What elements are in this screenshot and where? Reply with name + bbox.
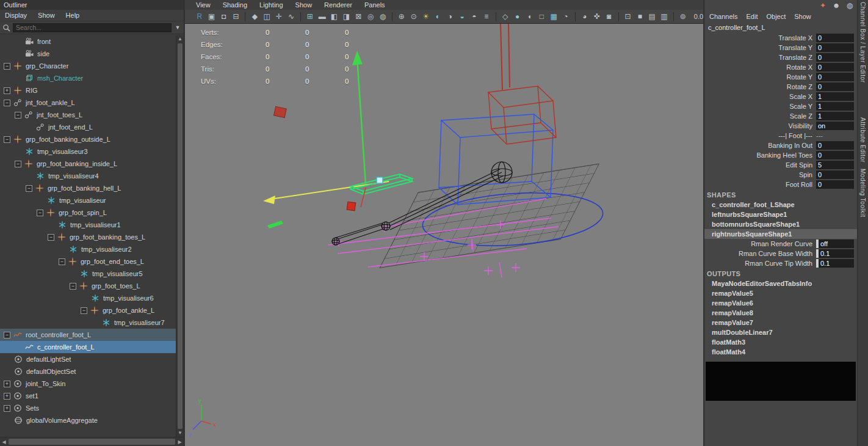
lighting-all-icon[interactable]: ◐	[432, 11, 443, 23]
channel-value-field[interactable]: 5	[816, 161, 854, 169]
tree-item-Sets[interactable]: +Sets	[0, 402, 176, 414]
red-cube-skeleton[interactable]	[488, 24, 556, 144]
tree-item-tmp_visualiseur6[interactable]: tmp_visualiseur6	[0, 292, 176, 304]
channel-label[interactable]: Foot Roll	[704, 181, 816, 188]
bookmark-icon[interactable]: ◆	[249, 11, 260, 23]
channel-label[interactable]: Banking In Out	[704, 142, 816, 149]
channel-value-field[interactable]: 0	[816, 43, 854, 52]
grease-pencil-icon[interactable]: ∿	[286, 11, 297, 23]
tree-item-side[interactable]: side	[0, 48, 176, 60]
safe-title-icon[interactable]: ◍	[377, 11, 388, 23]
tree-item-globalVolumeAggregate[interactable]: globalVolumeAggregate	[0, 414, 176, 426]
channel-value-field[interactable]: 0	[816, 82, 854, 91]
output-node-floatMath4[interactable]: floatMath4	[704, 347, 857, 357]
scroll-left-icon[interactable]: ◀	[0, 439, 8, 445]
tree-item-grp_foot_spin_L[interactable]: −grp_foot_spin_L	[0, 207, 176, 219]
viewport-menu-renderer[interactable]: Renderer	[324, 1, 352, 9]
outliner-menu-help[interactable]: Help	[66, 12, 80, 19]
two-d-pan-zoom-icon[interactable]: ✛	[273, 11, 284, 23]
side-tab-modeling-toolkit[interactable]: Modeling Toolkit	[859, 169, 866, 218]
tree-item-tmp_visualiseur[interactable]: tmp_visualiseur	[0, 194, 176, 207]
channel-value-field[interactable]: 0	[816, 170, 854, 179]
channel-label[interactable]: Visibility	[704, 122, 816, 130]
channel-value-field[interactable]: 0	[816, 141, 854, 150]
tree-item-tmp_visualiseur4[interactable]: tmp_visualiseur4	[0, 170, 176, 182]
outliner-menu-show[interactable]: Show	[38, 12, 55, 19]
tree-item-tmp_visualiseur1[interactable]: tmp_visualiseur1	[0, 219, 176, 231]
multisample-icon[interactable]: ≡	[481, 11, 492, 23]
expander-minus-icon[interactable]: −	[70, 283, 76, 290]
viewport-menu-lighting[interactable]: Lighting	[259, 1, 283, 9]
expander-minus-icon[interactable]: −	[4, 100, 10, 106]
side-tab-attribute-editor[interactable]: Attribute Editor	[859, 117, 866, 163]
expander-plus-icon[interactable]: +	[4, 381, 10, 387]
channel-label[interactable]: Translate Y	[704, 44, 816, 51]
expander-minus-icon[interactable]: −	[4, 136, 10, 143]
channel-value-field[interactable]: 0	[816, 53, 854, 62]
shape-node-c_controller_foot_LShape[interactable]: c_controller_foot_LShape	[704, 200, 857, 210]
grid-icon[interactable]: ⊞	[305, 11, 316, 23]
side-tab-channel-box-layer-editor[interactable]: Channel Box / Layer Editor	[859, 2, 866, 83]
snapshot-icon[interactable]: ✦	[818, 1, 828, 10]
tree-item-set1[interactable]: +set1	[0, 390, 176, 402]
channel-label[interactable]: ---| Foot |---	[704, 132, 816, 139]
expander-plus-icon[interactable]: +	[4, 405, 10, 412]
xray-icon[interactable]: ◕	[579, 11, 590, 23]
scroll-thumb[interactable]	[178, 43, 183, 429]
output-node-floatMath3[interactable]: floatMath3	[704, 337, 857, 347]
tree-item-grp_foot_banking_hell_L[interactable]: −grp_foot_banking_hell_L	[0, 182, 176, 194]
user-account-icon[interactable]: ☻	[831, 1, 841, 10]
channel-label[interactable]: Banking Heel Toes	[704, 152, 816, 159]
scroll-up-icon[interactable]: ▲	[176, 35, 184, 43]
node-editor-icon[interactable]: ▥	[659, 11, 670, 23]
channel-value-field[interactable]: 1	[816, 102, 854, 111]
refresh-icon[interactable]: ⊚	[678, 11, 689, 23]
flat-shade-icon[interactable]: ◖	[524, 11, 535, 23]
tree-item-front[interactable]: front	[0, 35, 176, 48]
tree-item-jnt_foot_toes_L[interactable]: −jnt_foot_toes_L	[0, 109, 176, 121]
use-default-material-icon[interactable]: ◔	[560, 11, 571, 23]
channel-label[interactable]: Rotate X	[704, 64, 816, 71]
channel-value-field[interactable]: 1	[816, 92, 854, 101]
channel-label[interactable]: Scale X	[704, 93, 816, 100]
scroll-thumb[interactable]	[9, 439, 175, 445]
expander-minus-icon[interactable]: −	[26, 185, 32, 192]
output-node-multDoubleLinear7[interactable]: multDoubleLinear7	[704, 327, 857, 337]
channel-label[interactable]: Spin	[704, 171, 816, 178]
channel-box-menu-show[interactable]: Show	[794, 13, 811, 20]
frame-all-icon[interactable]: ⊕	[396, 11, 407, 23]
channel-value-field[interactable]: 0	[816, 34, 854, 42]
channel-value-field[interactable]: off	[816, 239, 854, 248]
channel-value-field[interactable]: 0	[816, 151, 854, 159]
outliner-panel-icon[interactable]: ▤	[646, 11, 657, 23]
output-node-remapValue5[interactable]: remapValue5	[704, 288, 857, 298]
shape-node-leftnurbsSquareShape1[interactable]: leftnurbsSquareShape1	[704, 210, 857, 219]
resolution-gate-icon[interactable]: ◧	[329, 11, 340, 23]
shape-node-rightnurbsSquareShape1[interactable]: rightnurbsSquareShape1	[704, 229, 857, 239]
channel-value-field[interactable]: 0	[816, 180, 854, 189]
channel-label[interactable]: Rotate Z	[704, 83, 816, 90]
expander-minus-icon[interactable]: −	[59, 258, 65, 265]
expander-plus-icon[interactable]: +	[4, 393, 10, 400]
tree-item-RIG[interactable]: +RIG	[0, 84, 176, 97]
channel-label[interactable]: Rman Render Curve	[704, 240, 816, 247]
channel-box-menu-channels[interactable]: Channels	[709, 13, 737, 20]
tree-item-tmp_visualiseur5[interactable]: tmp_visualiseur5	[0, 268, 176, 280]
lock-camera-icon[interactable]: ◘	[219, 11, 230, 23]
output-node-remapValue6[interactable]: remapValue6	[704, 298, 857, 308]
viewport-menu-panels[interactable]: Panels	[364, 1, 385, 9]
safe-action-icon[interactable]: ◎	[365, 11, 376, 23]
search-input[interactable]	[13, 23, 172, 32]
tree-item-defaultLightSet[interactable]: defaultLightSet	[0, 353, 176, 365]
expander-minus-icon[interactable]: −	[4, 63, 10, 70]
gate-mask-icon[interactable]: ◨	[341, 11, 352, 23]
panel-layout-icon[interactable]: ⊡	[623, 11, 634, 23]
channel-label[interactable]: Scale Z	[704, 112, 816, 120]
expander-minus-icon[interactable]: −	[15, 112, 21, 119]
chevron-down-icon[interactable]: ▼	[174, 24, 181, 31]
smooth-shade-icon[interactable]: ●	[512, 11, 523, 23]
channel-label[interactable]: Translate Z	[704, 54, 816, 61]
motion-blur-icon[interactable]: ◓	[469, 11, 480, 23]
tree-item-grp_foot_banking_toes_L[interactable]: −grp_foot_banking_toes_L	[0, 231, 176, 243]
bounding-box-icon[interactable]: □	[536, 11, 547, 23]
